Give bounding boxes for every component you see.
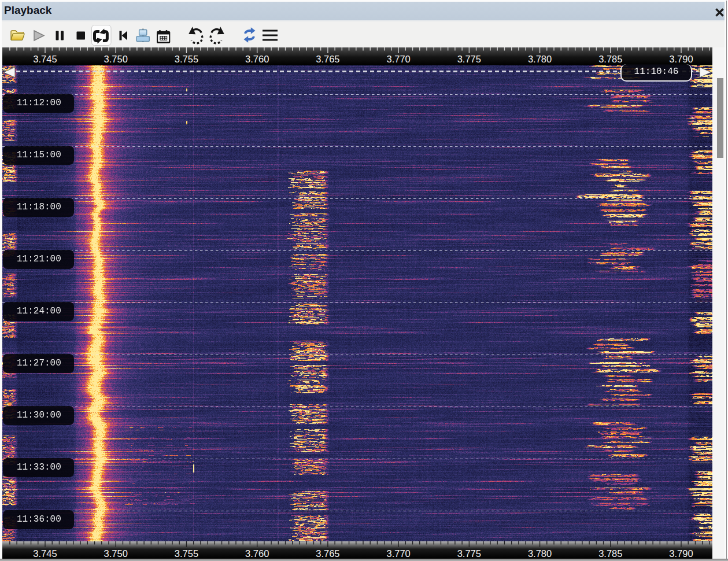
svg-text:3.755: 3.755 [175,54,198,64]
svg-text:3.785: 3.785 [598,548,622,559]
svg-text:3.780: 3.780 [528,54,552,64]
svg-text:3.750: 3.750 [104,548,128,559]
svg-text:3.775: 3.775 [457,54,481,64]
svg-text:3.745: 3.745 [33,548,57,559]
svg-text:3.760: 3.760 [245,54,269,64]
svg-text:3.770: 3.770 [386,54,410,64]
svg-text:3.790: 3.790 [669,54,693,64]
svg-text:3.765: 3.765 [316,54,339,64]
svg-text:3.790: 3.790 [669,548,693,559]
svg-text:3.755: 3.755 [175,548,198,559]
svg-text:3.745: 3.745 [33,54,57,64]
svg-text:3.760: 3.760 [245,548,269,559]
svg-text:3.780: 3.780 [528,548,552,559]
svg-text:3.765: 3.765 [316,548,339,559]
svg-text:3.785: 3.785 [598,54,622,64]
svg-text:3.750: 3.750 [104,54,128,64]
svg-text:3.770: 3.770 [386,548,410,559]
svg-text:3.775: 3.775 [457,548,481,559]
